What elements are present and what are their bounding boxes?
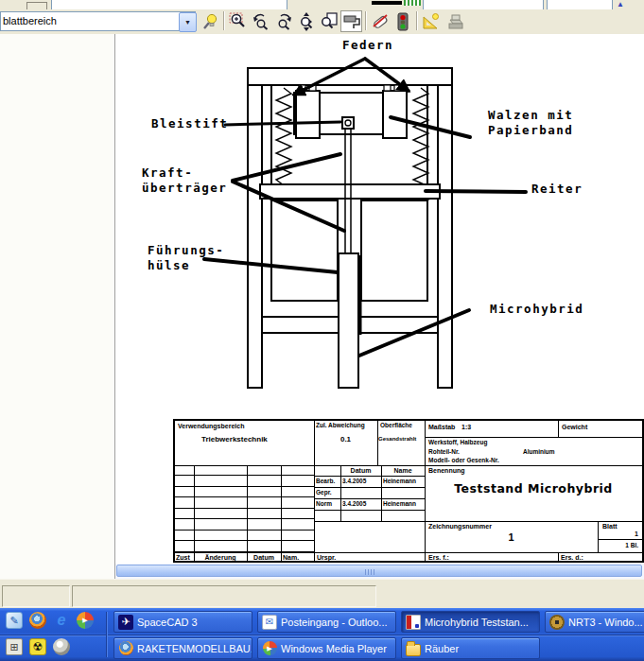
quicklaunch-radiation-icon[interactable]: ☢ bbox=[29, 638, 46, 655]
zoom-next-icon bbox=[274, 12, 293, 31]
title-block: Verwendungsbereich Triebwerkstechnik Zul… bbox=[173, 419, 644, 563]
tb-zeichnungsnummer-label: Zeichnungsnummer bbox=[428, 523, 492, 530]
tb-datum-header: Datum bbox=[340, 467, 381, 474]
clipped-combo[interactable] bbox=[423, 0, 544, 9]
task-label: Räuber bbox=[425, 643, 459, 654]
traffic-light-icon bbox=[393, 12, 412, 31]
combo-dropdown-button[interactable]: ▼ bbox=[179, 12, 197, 32]
revision-table bbox=[175, 465, 314, 552]
folder-icon bbox=[406, 644, 421, 656]
outlook-icon: ✉ bbox=[262, 615, 277, 630]
tb-ers-f-label: Ers. f.: bbox=[428, 554, 449, 561]
task-label: Posteingang - Outloo... bbox=[281, 617, 388, 628]
toolbar-separator bbox=[416, 11, 418, 30]
firefox-icon bbox=[119, 641, 133, 655]
zoom-page-button[interactable] bbox=[318, 10, 339, 32]
drafting-triangle-button[interactable] bbox=[420, 10, 442, 32]
quicklaunch-ie-icon[interactable]: e bbox=[53, 612, 70, 629]
tb-rohteil-label: Rohteil-Nr. bbox=[428, 449, 460, 456]
tb-norm-name: Heinemann bbox=[383, 501, 416, 508]
status-panel-1 bbox=[2, 585, 70, 607]
tb-werkstoff-label: Werkstoff, Halbzeug bbox=[428, 440, 487, 446]
tb-blatt-sub: 1 Bl. bbox=[599, 543, 638, 549]
upper-toolbar-clipped: ▲ bbox=[0, 0, 644, 9]
envelope-glyph: ✉ bbox=[266, 617, 273, 627]
tb-verwendungsbereich-value: Triebwerkstechnik bbox=[201, 436, 268, 444]
scrollbar-thumb[interactable] bbox=[116, 565, 642, 577]
zoom-window-icon bbox=[229, 12, 248, 31]
status-panel-2 bbox=[72, 585, 376, 607]
tb-zust-label: Zust bbox=[176, 554, 190, 561]
tb-massstab-value: 1:3 bbox=[461, 424, 471, 430]
layer-combo[interactable]: blattbereich bbox=[0, 11, 196, 31]
spacecad-icon: ✈ bbox=[118, 615, 133, 630]
taskbar-row-divider bbox=[0, 635, 644, 635]
line-style-preview bbox=[372, 1, 402, 5]
set-square-icon bbox=[422, 12, 441, 31]
toolbar-separator bbox=[365, 11, 367, 30]
rocket-glyph: ✈ bbox=[121, 616, 130, 628]
task-label: NRT3 - Windo... bbox=[568, 617, 643, 628]
taskbar-button-outlook[interactable]: ✉ Posteingang - Outloo... bbox=[257, 611, 396, 633]
tb-name-header: Name bbox=[381, 467, 425, 474]
printer-icon bbox=[446, 12, 465, 31]
quicklaunch-messenger-icon[interactable] bbox=[53, 638, 70, 655]
film-icon bbox=[549, 615, 565, 630]
print-button[interactable] bbox=[444, 10, 466, 32]
eraser-button[interactable] bbox=[369, 10, 391, 32]
zoom-dynamic-button[interactable] bbox=[295, 10, 317, 32]
toolbar-separator bbox=[223, 11, 225, 30]
traffic-light-button[interactable] bbox=[392, 10, 413, 32]
tb-aenderung-label: Änderung bbox=[194, 554, 247, 561]
status-bar bbox=[0, 579, 644, 609]
render-light-button[interactable] bbox=[199, 10, 220, 32]
task-label: SpaceCAD 3 bbox=[137, 617, 198, 628]
quick-launch-divider bbox=[106, 612, 107, 657]
tb-urspr-label: Urspr. bbox=[317, 554, 336, 561]
zoom-window-button[interactable] bbox=[227, 10, 249, 32]
document-icon bbox=[406, 615, 421, 630]
taskbar-button-media-player[interactable]: ▶ Windows Media Player bbox=[257, 637, 396, 659]
task-label: Windows Media Player bbox=[281, 643, 387, 654]
taskbar-button-raketenmodellbau[interactable]: RAKETENMODELLBAU... bbox=[113, 637, 252, 659]
quicklaunch-firefox-icon[interactable] bbox=[29, 612, 46, 629]
tb-drawing-title: Teststand Microhybrid bbox=[425, 483, 642, 496]
quicklaunch-media-player-icon[interactable]: ▶ bbox=[77, 612, 94, 629]
quicklaunch-mail-icon[interactable]: ✎ bbox=[6, 612, 23, 629]
lightbulb-icon bbox=[200, 12, 219, 31]
tb-modell-label: Modell- oder Gesenk-Nr. bbox=[428, 458, 499, 464]
grid-glyph: ⊞ bbox=[9, 641, 18, 653]
paint-roller-button[interactable] bbox=[340, 10, 362, 32]
zoom-toolbar: blattbereich ▼ bbox=[0, 9, 644, 34]
taskbar-button-nrt3[interactable]: NRT3 - Windo... bbox=[545, 611, 644, 633]
taskbar-button-raeuber[interactable]: Räuber bbox=[401, 637, 540, 659]
tb-datum-label: Datum bbox=[247, 554, 281, 561]
media-player-icon: ▶ bbox=[263, 641, 277, 655]
horizontal-scrollbar[interactable] bbox=[115, 564, 644, 579]
play-glyph: ▶ bbox=[267, 645, 271, 652]
tb-werkstoff-value: Aluminium bbox=[523, 449, 555, 456]
zoom-page-icon bbox=[320, 12, 339, 31]
clipped-button bbox=[26, 2, 47, 9]
tb-zeichnungsnummer-value: 1 bbox=[425, 532, 598, 543]
quicklaunch-calculator-icon[interactable]: ⊞ bbox=[6, 638, 23, 655]
clipped-combo-2[interactable] bbox=[547, 0, 613, 9]
tb-benennung-label: Benennung bbox=[428, 467, 465, 474]
zoom-previous-button[interactable] bbox=[250, 10, 271, 32]
tb-oberflaeche-value: Gesandstrahlt bbox=[378, 436, 416, 442]
taskbar-button-spacecad[interactable]: ✈ SpaceCAD 3 bbox=[113, 611, 252, 633]
task-label: Microhybrid Teststan... bbox=[425, 617, 529, 628]
task-label: RAKETENMODELLBAU... bbox=[137, 643, 252, 654]
clipped-input[interactable] bbox=[51, 0, 287, 9]
tb-bearb-label: Bearb. bbox=[316, 478, 335, 485]
tb-zul-abweichung-label: Zul. Abweichung bbox=[316, 423, 365, 429]
tb-verwendungsbereich-label: Verwendungsbereich bbox=[178, 423, 244, 429]
tb-massstab-label: Maßstab bbox=[428, 424, 455, 430]
zoom-next-button[interactable] bbox=[272, 10, 294, 32]
play-glyph: ▶ bbox=[82, 617, 87, 624]
tb-gepr-label: Gepr. bbox=[316, 490, 332, 496]
eraser-icon bbox=[371, 12, 390, 31]
tb-norm-label: Norm bbox=[316, 501, 332, 508]
pencil-glyph: ✎ bbox=[9, 615, 18, 627]
taskbar-button-microhybrid-active[interactable]: Microhybrid Teststan... bbox=[401, 611, 540, 633]
